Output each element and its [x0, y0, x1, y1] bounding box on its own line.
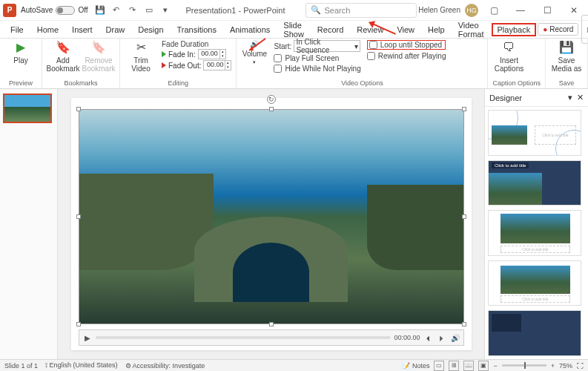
- record-button[interactable]: ●Record: [538, 23, 578, 36]
- tab-help[interactable]: Help: [422, 23, 451, 36]
- search-icon: 🔍: [311, 5, 321, 15]
- zoom-in-icon[interactable]: +: [551, 362, 555, 370]
- status-notes-button[interactable]: 📝 Notes: [402, 362, 429, 370]
- design-idea-2[interactable]: Click to add title: [488, 160, 581, 206]
- fade-out-input[interactable]: 00.00▴▾: [203, 60, 231, 70]
- captions-icon: 🗨: [501, 40, 516, 55]
- status-slide: Slide 1 of 1: [4, 362, 38, 370]
- tab-file[interactable]: File: [4, 23, 30, 36]
- resize-handle[interactable]: [462, 107, 466, 111]
- tab-draw[interactable]: Draw: [100, 23, 131, 36]
- play-full-screen-checkbox[interactable]: Play Full Screen: [274, 54, 360, 62]
- group-save: 💾 Save Media as Save: [546, 39, 588, 88]
- design-idea-1[interactable]: Click to add title: [488, 110, 581, 156]
- main-area: ▶ 00:00.00 ⏴ ⏵ 🔊 Designer ▾ ✕ Click to a…: [0, 89, 588, 359]
- save-media-button[interactable]: 💾 Save Media as: [550, 40, 583, 73]
- zoom-level: 75%: [559, 362, 572, 370]
- designer-header: Designer ▾ ✕: [485, 89, 588, 107]
- chevron-down-icon[interactable]: ▾: [568, 93, 572, 102]
- zoom-slider[interactable]: [502, 364, 546, 367]
- resize-handle[interactable]: [269, 322, 274, 326]
- bookmark-add-icon: 🔖: [56, 40, 70, 55]
- ribbon-panel: ▶ Play Preview 🔖 Add Bookmark 🔖 Remove B…: [0, 39, 588, 89]
- rewind-after-playing-checkbox[interactable]: Rewind after Playing: [367, 52, 446, 60]
- tab-record[interactable]: Record: [311, 23, 349, 36]
- autosave-toggle[interactable]: AutoSave Off: [21, 6, 88, 15]
- video-play-controls: ▶ 00:00.00 ⏴ ⏵ 🔊: [79, 329, 464, 346]
- user-name: Helen Green: [418, 6, 460, 14]
- slide-canvas[interactable]: ▶ 00:00.00 ⏴ ⏵ 🔊: [71, 98, 472, 350]
- fade-duration-label: Fade Duration: [162, 40, 231, 48]
- resize-handle[interactable]: [462, 214, 466, 219]
- tab-animations[interactable]: Animations: [224, 23, 276, 36]
- slide-editor[interactable]: ▶ 00:00.00 ⏴ ⏵ 🔊: [58, 89, 484, 359]
- tab-insert[interactable]: Insert: [66, 23, 99, 36]
- fit-to-window-icon[interactable]: ⛶: [577, 362, 584, 370]
- design-idea-3[interactable]: Click to add title: [488, 210, 581, 256]
- reading-view-icon[interactable]: 📖: [463, 361, 474, 371]
- group-caption-options: 🗨 Insert Captions Caption Options: [488, 39, 546, 88]
- design-idea-5[interactable]: [488, 310, 581, 356]
- trim-icon: ✂: [133, 40, 148, 55]
- document-title: Presentation1 - PowerPoint: [186, 6, 285, 15]
- undo-icon[interactable]: ↶: [110, 4, 122, 16]
- rotate-handle-icon[interactable]: [267, 95, 276, 104]
- group-label-save: Save: [550, 79, 583, 87]
- video-seek-slider[interactable]: [96, 336, 392, 339]
- video-volume-icon[interactable]: 🔊: [450, 334, 460, 342]
- play-button[interactable]: ▶ Play: [4, 40, 37, 65]
- slide-thumbnail-pane[interactable]: [0, 89, 58, 359]
- video-object[interactable]: [79, 109, 464, 324]
- sorter-view-icon[interactable]: ⊞: [449, 361, 459, 371]
- resize-handle[interactable]: [462, 322, 466, 326]
- save-icon[interactable]: 💾: [94, 4, 106, 16]
- tab-slideshow[interactable]: Slide Show: [277, 19, 310, 41]
- loop-until-stopped-checkbox[interactable]: Loop until Stopped: [367, 40, 446, 50]
- fade-in-row: Fade In: 00.00▴▾: [162, 49, 231, 59]
- video-step-back-icon[interactable]: ⏴: [423, 334, 434, 342]
- tab-playback[interactable]: Playback: [492, 23, 537, 36]
- video-step-fwd-icon[interactable]: ⏵: [437, 334, 447, 342]
- trim-video-button[interactable]: ✂ Trim Video: [125, 40, 157, 73]
- video-play-button[interactable]: ▶: [82, 334, 93, 342]
- resize-handle[interactable]: [76, 322, 81, 326]
- toggle-switch-icon[interactable]: [56, 6, 75, 15]
- fade-in-label: Fade In:: [168, 50, 196, 59]
- ribbon-display-icon[interactable]: ▢: [483, 1, 505, 19]
- search-input[interactable]: 🔍 Search: [305, 3, 417, 18]
- group-label-caption: Caption Options: [492, 79, 541, 87]
- designer-suggestions[interactable]: Click to add title Click to add title Cl…: [485, 107, 588, 359]
- designer-title: Designer: [489, 93, 522, 102]
- redo-icon[interactable]: ↷: [127, 4, 139, 16]
- tab-design[interactable]: Design: [132, 23, 169, 36]
- insert-captions-button[interactable]: 🗨 Insert Captions: [492, 40, 525, 73]
- resize-handle[interactable]: [269, 107, 274, 111]
- minimize-icon[interactable]: —: [509, 1, 532, 19]
- resize-handle[interactable]: [76, 107, 81, 111]
- close-designer-icon[interactable]: ✕: [577, 93, 584, 102]
- video-time: 00:00.00: [394, 334, 420, 341]
- ribbon-tabs: File Home Insert Draw Design Transitions…: [0, 21, 588, 39]
- zoom-out-icon[interactable]: −: [493, 362, 497, 370]
- search-placeholder: Search: [324, 6, 350, 15]
- status-language[interactable]: ⟟ English (United States): [45, 361, 118, 370]
- group-video-options: 🔊 Volume ▾ Start: In Click Sequence▾ Pla…: [237, 39, 488, 88]
- add-bookmark-button[interactable]: 🔖 Add Bookmark: [47, 40, 79, 73]
- group-label-preview: Preview: [4, 79, 37, 87]
- design-idea-4[interactable]: Click to add title: [488, 260, 581, 306]
- slide-thumbnail-1[interactable]: [3, 93, 52, 123]
- normal-view-icon[interactable]: ▭: [434, 361, 444, 371]
- slideshow-view-icon[interactable]: ▣: [478, 361, 489, 371]
- start-from-beginning-icon[interactable]: ▭: [143, 4, 155, 16]
- fade-in-input[interactable]: 00.00▴▾: [198, 49, 226, 59]
- status-accessibility[interactable]: ⚙ Accessibility: Investigate: [125, 362, 205, 370]
- designer-pane: Designer ▾ ✕ Click to add title Click to…: [484, 89, 588, 359]
- start-dropdown[interactable]: In Click Sequence▾: [294, 40, 360, 52]
- qat-dropdown-icon[interactable]: ▾: [159, 4, 171, 16]
- tab-transitions[interactable]: Transitions: [171, 23, 222, 36]
- hide-while-not-playing-checkbox[interactable]: Hide While Not Playing: [274, 65, 360, 73]
- tab-home[interactable]: Home: [31, 23, 65, 36]
- resize-handle[interactable]: [76, 214, 81, 219]
- tab-video-format[interactable]: Video Format: [452, 19, 490, 41]
- user-avatar[interactable]: HG: [465, 4, 478, 17]
